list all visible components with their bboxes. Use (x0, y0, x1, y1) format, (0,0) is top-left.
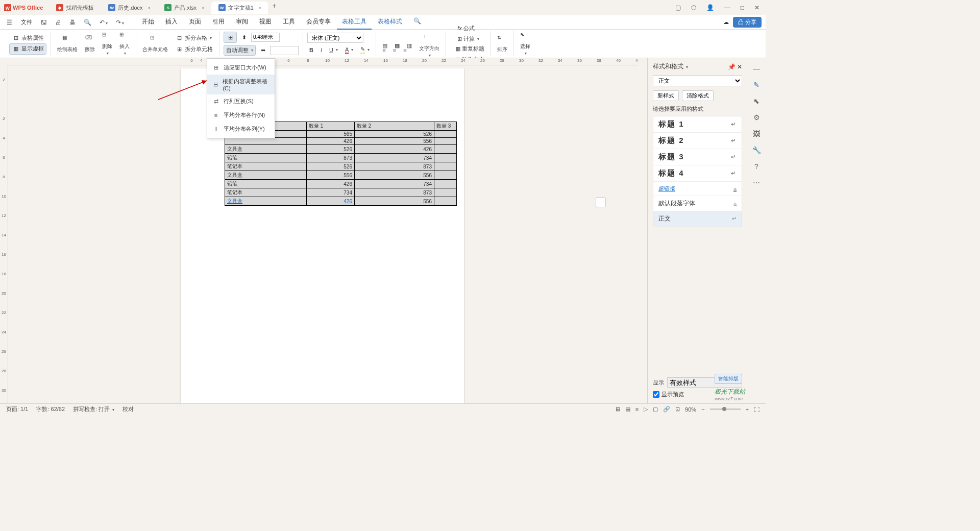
menu-icon[interactable]: ☰ (4, 17, 15, 28)
avg-cols-item[interactable]: ⦀平均分布各列(Y) (207, 122, 275, 136)
table-row[interactable]: 笔记本734873 (225, 188, 457, 197)
style-body[interactable]: 正文↵ (653, 211, 742, 227)
close-button[interactable]: ✕ (752, 3, 762, 12)
text-direction-button[interactable]: Ⅰ文字方向▾ (417, 33, 442, 59)
table-row[interactable]: 笔记本526873 (225, 162, 457, 171)
fit-icon[interactable]: ⊡ (675, 406, 680, 413)
table-row[interactable]: 426556 (225, 138, 457, 145)
tab-page[interactable]: 页面 (184, 15, 206, 30)
font-color-button[interactable]: A▾ (343, 45, 355, 55)
align-mr-button[interactable]: ≡ (401, 46, 408, 55)
help-icon[interactable]: ? (751, 161, 762, 172)
tab-review[interactable]: 审阅 (231, 15, 253, 30)
tab-reference[interactable]: 引用 (207, 15, 230, 30)
print-icon[interactable]: 🖶 (67, 17, 78, 28)
tab-history[interactable]: W历史.docx• (101, 2, 157, 14)
tab-member[interactable]: 会员专享 (301, 15, 336, 30)
zoom-in[interactable]: + (746, 406, 749, 413)
tab-table-style[interactable]: 表格样式 (373, 15, 407, 30)
gallery-icon[interactable]: 🖼 (751, 129, 762, 139)
share-button[interactable]: 凸 分享 (733, 17, 762, 28)
close-icon[interactable]: • (202, 5, 204, 11)
auto-adjust-button[interactable]: ⊞ (224, 32, 237, 43)
tab-insert[interactable]: 插入 (160, 15, 183, 30)
tools-icon[interactable]: 🔧 (751, 145, 762, 155)
preview-icon[interactable]: 🔍 (81, 17, 94, 28)
file-menu[interactable]: 文件 (18, 17, 35, 28)
view-mode-6[interactable]: 🔗 (663, 406, 670, 413)
show-grid-button[interactable]: ▦显示虚框 (9, 43, 46, 55)
zoom-out[interactable]: − (701, 406, 704, 413)
collapse-icon[interactable]: — (751, 63, 762, 74)
font-select[interactable]: 宋体 (正文) (307, 33, 363, 43)
tab-table-tools[interactable]: 表格工具 (337, 15, 372, 30)
more-icon[interactable]: ⋯ (751, 178, 762, 188)
style-h3[interactable]: 标题 3↵ (653, 149, 742, 165)
split-table-button[interactable]: ⊟拆分表格▾ (173, 33, 215, 43)
minimize-button[interactable]: — (722, 3, 732, 12)
merge-cells-button[interactable]: ⊡合并单元格 (140, 34, 170, 54)
pin-icon[interactable]: 📌 (728, 63, 736, 70)
settings-icon[interactable]: ⚙ (751, 112, 762, 123)
close-icon[interactable]: • (259, 5, 261, 11)
current-style-select[interactable]: 正文 (653, 75, 742, 86)
select-button[interactable]: ⬉选择▾ (518, 31, 532, 57)
save-icon[interactable]: 🖫 (38, 17, 50, 28)
proof-status[interactable]: 校对 (122, 405, 134, 413)
table-row[interactable]: 铅笔426734 (225, 180, 457, 188)
view-mode-5[interactable]: ▢ (653, 406, 658, 413)
view-mode-3[interactable]: ≡ (635, 406, 639, 413)
tab-doc1[interactable]: W文字文稿1• (211, 2, 268, 14)
undo-icon[interactable]: ↶▾ (97, 17, 110, 28)
zoom-slider[interactable] (710, 408, 741, 410)
layout-icon[interactable]: ▢ (673, 3, 683, 12)
tab-product[interactable]: S产品.xlsx• (157, 2, 211, 14)
tab-start[interactable]: 开始 (137, 15, 159, 30)
table-row[interactable]: 文具盒556556 (225, 171, 457, 180)
word-count[interactable]: 字数: 62/62 (36, 405, 65, 413)
cloud-icon[interactable]: ☁ (723, 19, 729, 26)
auto-adjust-dropdown[interactable]: 自动调整▾ (224, 45, 256, 56)
style-h2[interactable]: 标题 2↵ (653, 133, 742, 149)
align-ml-button[interactable]: ≡ (380, 46, 387, 55)
new-style-button[interactable]: 新样式 (653, 90, 679, 101)
search-icon[interactable]: 🔍 (408, 15, 426, 30)
tab-tools[interactable]: 工具 (278, 15, 300, 30)
insert-button[interactable]: ⊞插入▾ (117, 31, 132, 57)
swap-rc-item[interactable]: ⇄行列互换(S) (207, 94, 275, 108)
table-row[interactable]: 铅笔873734 (225, 154, 457, 162)
width-input[interactable] (270, 46, 299, 55)
bold-button[interactable]: B (307, 46, 315, 54)
maximize-button[interactable]: □ (739, 3, 746, 12)
cube-icon[interactable]: ⬡ (689, 3, 698, 12)
edit-icon[interactable]: ✎ (751, 80, 762, 90)
avatar-icon[interactable]: 👤 (704, 3, 716, 12)
view-mode-2[interactable]: ▤ (625, 406, 630, 413)
avg-rows-item[interactable]: ≡平均分布各行(N) (207, 108, 275, 122)
paste-options-icon[interactable] (596, 197, 606, 207)
vertical-ruler[interactable]: 2246810121416182022242628303234 (0, 65, 8, 403)
height-input[interactable] (251, 33, 280, 42)
redo-icon[interactable]: ↷▾ (113, 17, 127, 28)
smart-layout-button[interactable]: 智能排版 (715, 374, 742, 384)
add-tab-button[interactable]: + (268, 2, 280, 14)
italic-button[interactable]: I (318, 46, 324, 54)
view-mode-1[interactable]: ⊞ (616, 406, 620, 413)
repeat-header-button[interactable]: ▦ 重复标题 (453, 44, 486, 54)
sort-button[interactable]: ⇅排序 (495, 34, 509, 54)
style-default-font[interactable]: 默认段落字体a (653, 196, 742, 211)
align-mc-button[interactable]: ≡ (391, 46, 398, 55)
select-icon[interactable]: ⬉ (751, 96, 762, 106)
zoom-level[interactable]: 90% (685, 406, 696, 413)
fit-content-item[interactable]: ⊟根据内容调整表格(C) (207, 75, 275, 94)
formula-button[interactable]: fx 公式 (455, 23, 481, 33)
tab-template[interactable]: ◆找稻壳模板 (49, 2, 101, 14)
style-h1[interactable]: 标题 1↵ (653, 116, 742, 133)
delete-button[interactable]: ⊟删除▾ (100, 31, 114, 57)
close-panel-icon[interactable]: ✕ (737, 63, 742, 70)
page-status[interactable]: 页面: 1/1 (6, 405, 28, 413)
expand-icon[interactable]: ⛶ (754, 406, 760, 413)
export-icon[interactable]: 🖨 (53, 17, 64, 28)
fit-window-item[interactable]: ⊞适应窗口大小(W) (207, 61, 275, 75)
underline-button[interactable]: U▾ (327, 46, 340, 54)
